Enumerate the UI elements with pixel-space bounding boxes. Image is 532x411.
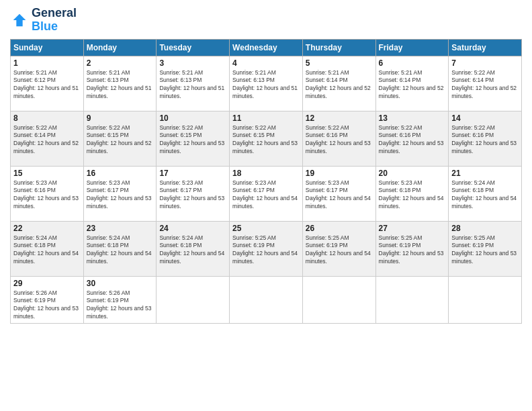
day-number: 25 <box>232 224 300 233</box>
day-info: Sunrise: 5:22 AMSunset: 6:14 PMDaylight:… <box>13 124 81 156</box>
day-number: 23 <box>87 224 154 233</box>
calendar-cell: 19Sunrise: 5:23 AMSunset: 6:17 PMDayligh… <box>302 166 375 221</box>
day-info: Sunrise: 5:21 AMSunset: 6:12 PMDaylight:… <box>13 69 81 101</box>
day-number: 6 <box>379 58 446 68</box>
calendar-cell: 8Sunrise: 5:22 AMSunset: 6:14 PMDaylight… <box>11 111 84 166</box>
day-number: 10 <box>159 113 226 123</box>
day-info: Sunrise: 5:23 AMSunset: 6:17 PMDaylight:… <box>87 179 154 212</box>
calendar-cell: 2Sunrise: 5:21 AMSunset: 6:13 PMDaylight… <box>83 56 157 111</box>
day-info: Sunrise: 5:22 AMSunset: 6:16 PMDaylight:… <box>451 124 519 156</box>
day-number: 15 <box>13 169 81 178</box>
calendar-cell: 6Sunrise: 5:21 AMSunset: 6:14 PMDaylight… <box>375 56 449 111</box>
day-info: Sunrise: 5:24 AMSunset: 6:18 PMDaylight:… <box>159 234 226 267</box>
calendar-cell: 20Sunrise: 5:23 AMSunset: 6:18 PMDayligh… <box>375 166 449 221</box>
day-number: 17 <box>159 169 226 178</box>
calendar-week-row: 1Sunrise: 5:21 AMSunset: 6:12 PMDaylight… <box>11 56 522 111</box>
day-info: Sunrise: 5:25 AMSunset: 6:19 PMDaylight:… <box>379 234 446 267</box>
calendar-cell: 14Sunrise: 5:22 AMSunset: 6:16 PMDayligh… <box>449 111 522 166</box>
calendar-cell: 1Sunrise: 5:21 AMSunset: 6:12 PMDaylight… <box>11 56 84 111</box>
calendar-cell: 11Sunrise: 5:22 AMSunset: 6:15 PMDayligh… <box>230 111 303 166</box>
day-info: Sunrise: 5:23 AMSunset: 6:18 PMDaylight:… <box>379 179 446 212</box>
calendar-cell: 7Sunrise: 5:22 AMSunset: 6:14 PMDaylight… <box>449 56 522 111</box>
day-number: 11 <box>232 113 300 123</box>
calendar-cell <box>302 276 375 324</box>
day-number: 29 <box>13 279 81 288</box>
logo-text: General Blue <box>32 7 77 34</box>
calendar-header-row: SundayMondayTuesdayWednesdayThursdayFrid… <box>11 39 522 56</box>
day-number: 24 <box>159 224 226 233</box>
day-number: 1 <box>13 58 81 68</box>
day-header-thursday: Thursday <box>302 39 375 56</box>
day-info: Sunrise: 5:21 AMSunset: 6:14 PMDaylight:… <box>379 69 446 101</box>
day-info: Sunrise: 5:22 AMSunset: 6:16 PMDaylight:… <box>306 124 373 156</box>
day-number: 28 <box>451 224 519 233</box>
day-info: Sunrise: 5:21 AMSunset: 6:13 PMDaylight:… <box>232 69 300 101</box>
calendar-cell: 4Sunrise: 5:21 AMSunset: 6:13 PMDaylight… <box>230 56 303 111</box>
day-number: 14 <box>451 113 519 123</box>
calendar-cell: 16Sunrise: 5:23 AMSunset: 6:17 PMDayligh… <box>83 166 157 221</box>
day-number: 26 <box>306 224 373 233</box>
calendar-week-row: 15Sunrise: 5:23 AMSunset: 6:16 PMDayligh… <box>11 166 522 221</box>
day-info: Sunrise: 5:22 AMSunset: 6:16 PMDaylight:… <box>379 124 446 156</box>
calendar-cell: 12Sunrise: 5:22 AMSunset: 6:16 PMDayligh… <box>302 111 375 166</box>
calendar-week-row: 29Sunrise: 5:26 AMSunset: 6:19 PMDayligh… <box>11 276 522 324</box>
day-number: 27 <box>379 224 446 233</box>
calendar-cell <box>230 276 303 324</box>
calendar-cell <box>449 276 522 324</box>
calendar-cell: 26Sunrise: 5:25 AMSunset: 6:19 PMDayligh… <box>302 221 375 276</box>
day-info: Sunrise: 5:25 AMSunset: 6:19 PMDaylight:… <box>451 234 519 267</box>
day-number: 16 <box>87 169 154 178</box>
logo: General Blue <box>10 7 77 34</box>
page: General Blue SundayMondayTuesdayWednesda… <box>0 0 532 411</box>
calendar-cell: 25Sunrise: 5:25 AMSunset: 6:19 PMDayligh… <box>230 221 303 276</box>
calendar-cell: 9Sunrise: 5:22 AMSunset: 6:15 PMDaylight… <box>83 111 157 166</box>
day-info: Sunrise: 5:23 AMSunset: 6:16 PMDaylight:… <box>13 179 81 212</box>
calendar-week-row: 22Sunrise: 5:24 AMSunset: 6:18 PMDayligh… <box>11 221 522 276</box>
calendar-cell: 22Sunrise: 5:24 AMSunset: 6:18 PMDayligh… <box>11 221 84 276</box>
day-info: Sunrise: 5:25 AMSunset: 6:19 PMDaylight:… <box>306 234 373 267</box>
day-info: Sunrise: 5:23 AMSunset: 6:17 PMDaylight:… <box>232 179 300 212</box>
day-header-friday: Friday <box>375 39 449 56</box>
calendar: SundayMondayTuesdayWednesdayThursdayFrid… <box>10 39 522 324</box>
day-number: 5 <box>306 58 373 68</box>
day-header-tuesday: Tuesday <box>157 39 230 56</box>
day-number: 13 <box>379 113 446 123</box>
calendar-cell: 13Sunrise: 5:22 AMSunset: 6:16 PMDayligh… <box>375 111 449 166</box>
day-info: Sunrise: 5:21 AMSunset: 6:13 PMDaylight:… <box>87 69 154 101</box>
day-info: Sunrise: 5:24 AMSunset: 6:18 PMDaylight:… <box>13 234 81 267</box>
day-info: Sunrise: 5:24 AMSunset: 6:18 PMDaylight:… <box>87 234 154 267</box>
calendar-cell <box>375 276 449 324</box>
day-number: 19 <box>306 169 373 178</box>
calendar-cell: 18Sunrise: 5:23 AMSunset: 6:17 PMDayligh… <box>230 166 303 221</box>
day-number: 2 <box>87 58 154 68</box>
day-number: 20 <box>379 169 446 178</box>
calendar-cell: 5Sunrise: 5:21 AMSunset: 6:14 PMDaylight… <box>302 56 375 111</box>
day-header-wednesday: Wednesday <box>230 39 303 56</box>
header: General Blue <box>10 7 522 34</box>
calendar-cell: 27Sunrise: 5:25 AMSunset: 6:19 PMDayligh… <box>375 221 449 276</box>
day-number: 3 <box>159 58 226 68</box>
logo-icon <box>10 11 29 30</box>
day-number: 21 <box>451 169 519 178</box>
day-info: Sunrise: 5:25 AMSunset: 6:19 PMDaylight:… <box>232 234 300 267</box>
calendar-week-row: 8Sunrise: 5:22 AMSunset: 6:14 PMDaylight… <box>11 111 522 166</box>
day-info: Sunrise: 5:26 AMSunset: 6:19 PMDaylight:… <box>87 289 154 322</box>
day-info: Sunrise: 5:26 AMSunset: 6:19 PMDaylight:… <box>13 289 81 322</box>
day-info: Sunrise: 5:21 AMSunset: 6:14 PMDaylight:… <box>306 69 373 101</box>
calendar-cell: 23Sunrise: 5:24 AMSunset: 6:18 PMDayligh… <box>83 221 157 276</box>
day-info: Sunrise: 5:22 AMSunset: 6:15 PMDaylight:… <box>87 124 154 156</box>
day-header-sunday: Sunday <box>11 39 84 56</box>
day-info: Sunrise: 5:22 AMSunset: 6:15 PMDaylight:… <box>159 124 226 156</box>
calendar-cell: 17Sunrise: 5:23 AMSunset: 6:17 PMDayligh… <box>157 166 230 221</box>
calendar-cell: 21Sunrise: 5:24 AMSunset: 6:18 PMDayligh… <box>449 166 522 221</box>
day-number: 8 <box>13 113 81 123</box>
day-info: Sunrise: 5:22 AMSunset: 6:15 PMDaylight:… <box>232 124 300 156</box>
calendar-cell: 24Sunrise: 5:24 AMSunset: 6:18 PMDayligh… <box>157 221 230 276</box>
calendar-cell: 10Sunrise: 5:22 AMSunset: 6:15 PMDayligh… <box>157 111 230 166</box>
calendar-cell: 3Sunrise: 5:21 AMSunset: 6:13 PMDaylight… <box>157 56 230 111</box>
calendar-cell: 28Sunrise: 5:25 AMSunset: 6:19 PMDayligh… <box>449 221 522 276</box>
day-number: 18 <box>232 169 300 178</box>
day-number: 30 <box>87 279 154 288</box>
day-header-monday: Monday <box>83 39 157 56</box>
calendar-cell: 30Sunrise: 5:26 AMSunset: 6:19 PMDayligh… <box>83 276 157 324</box>
